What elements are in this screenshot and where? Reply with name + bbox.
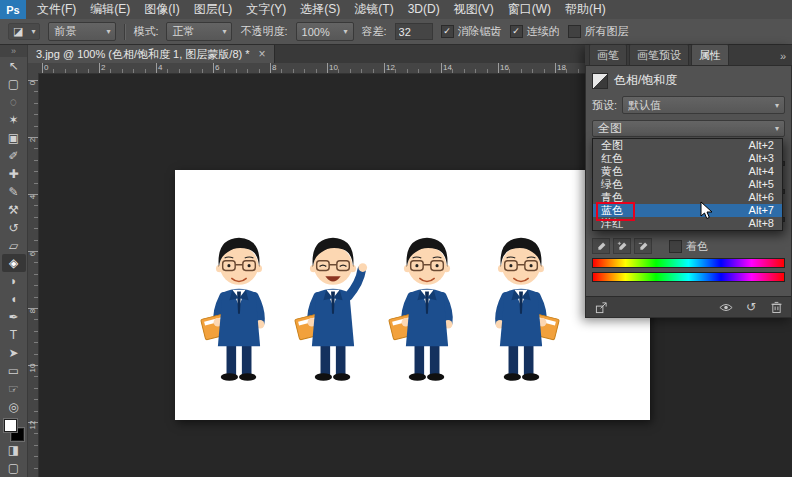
close-icon[interactable]: × xyxy=(259,48,266,60)
antialias-checkbox[interactable]: ✓ 消除锯齿 xyxy=(441,24,502,39)
visibility-eye-icon[interactable] xyxy=(718,300,734,314)
tolerance-input[interactable] xyxy=(395,23,433,40)
preset-value: 默认值 xyxy=(628,98,661,113)
menu-type[interactable]: 文字(Y) xyxy=(239,0,293,19)
fill-source-select[interactable]: 前景 ▾ xyxy=(48,22,116,41)
eyedropper-add-button[interactable] xyxy=(613,238,631,254)
ruler-number: 8 xyxy=(28,306,38,316)
hand-tool[interactable]: ☞ xyxy=(2,380,26,398)
option-shortcut: Alt+5 xyxy=(749,178,774,191)
magic-wand-tool[interactable]: ✶ xyxy=(2,111,26,129)
channel-option-reds[interactable]: 红色 Alt+3 xyxy=(593,152,782,165)
ruler-number: 14 xyxy=(443,63,452,73)
ruler-number: 2 xyxy=(28,135,38,145)
brush-tool[interactable]: ✎ xyxy=(2,183,26,201)
fill-source-value: 前景 xyxy=(54,24,76,39)
ruler-number: 4 xyxy=(158,63,162,73)
channel-select[interactable]: 全图 ▾ xyxy=(592,120,785,137)
menu-select[interactable]: 选择(S) xyxy=(293,0,347,19)
eyedropper-sample-button[interactable] xyxy=(592,238,610,254)
clip-to-layer-icon[interactable] xyxy=(593,300,609,314)
ruler-number: 6 xyxy=(215,63,219,73)
colorize-checkbox[interactable]: 着色 xyxy=(669,239,708,254)
zoom-tool[interactable]: ◎ xyxy=(2,398,26,416)
properties-panel-group: 画笔 画笔预设 属性 » 色相/饱和度 预设: 默认值 ▾ 全图 ▾ xyxy=(585,45,792,318)
businessman-figure-4 xyxy=(473,220,569,390)
opacity-label: 不透明度: xyxy=(240,24,287,39)
menu-view[interactable]: 视图(V) xyxy=(447,0,501,19)
ruler-number: 18 xyxy=(557,63,566,73)
option-label: 红色 xyxy=(601,152,623,165)
eraser-tool[interactable]: ▱ xyxy=(2,237,26,255)
menu-3d[interactable]: 3D(D) xyxy=(401,0,447,19)
option-label: 全图 xyxy=(601,139,623,152)
menu-image[interactable]: 图像(I) xyxy=(137,0,186,19)
channel-value: 全图 xyxy=(598,120,622,137)
tab-brush-presets[interactable]: 画笔预设 xyxy=(629,44,689,65)
clone-stamp-tool[interactable]: ⚒ xyxy=(2,201,26,219)
caret-down-icon: ▾ xyxy=(775,101,779,110)
ruler-number: 10 xyxy=(28,363,38,373)
rectangular-marquee-tool[interactable]: ▢ xyxy=(2,75,26,93)
preset-row: 预设: 默认值 ▾ xyxy=(592,96,785,114)
spot-healing-brush-tool[interactable]: ✚ xyxy=(2,165,26,183)
ruler-number: 0 xyxy=(28,78,38,88)
dodge-tool[interactable]: ◖ xyxy=(2,290,26,308)
menu-edit[interactable]: 编辑(E) xyxy=(83,0,137,19)
collapse-panel-icon[interactable]: » xyxy=(774,50,792,65)
menu-file[interactable]: 文件(F) xyxy=(30,0,83,19)
screen-mode-button[interactable]: ▢ xyxy=(2,459,26,477)
option-label: 蓝色 xyxy=(601,204,623,217)
hue-spectrum-bar-top xyxy=(592,258,785,268)
eyedropper-subtract-button[interactable] xyxy=(634,238,652,254)
contiguous-checkbox[interactable]: ✓ 连续的 xyxy=(510,24,560,39)
rectangle-tool[interactable]: ▭ xyxy=(2,362,26,380)
blend-mode-select[interactable]: 正常 ▾ xyxy=(166,22,232,41)
preset-select[interactable]: 默认值 ▾ xyxy=(622,96,785,114)
foreground-color-swatch[interactable] xyxy=(4,419,17,432)
adjustment-title: 色相/饱和度 xyxy=(614,72,677,89)
menu-window[interactable]: 窗口(W) xyxy=(501,0,558,19)
separator xyxy=(124,24,125,40)
channel-option-cyans[interactable]: 青色 Alt+6 xyxy=(593,191,782,204)
tab-properties[interactable]: 属性 xyxy=(691,44,729,65)
paint-bucket-tool[interactable]: ◈ xyxy=(2,254,26,272)
all-layers-checkbox[interactable]: 所有图层 xyxy=(568,24,629,39)
all-layers-label: 所有图层 xyxy=(585,24,629,39)
eyedropper-tool[interactable]: ✐ xyxy=(2,147,26,165)
blur-tool[interactable]: ◗ xyxy=(2,272,26,290)
channel-option-yellows[interactable]: 黄色 Alt+4 xyxy=(593,165,782,178)
pen-tool[interactable]: ✒ xyxy=(2,308,26,326)
document-title: 3.jpg @ 100% (色相/饱和度 1, 图层蒙版/8) * xyxy=(36,47,250,62)
hue-spectrum-bar-bottom xyxy=(592,272,785,282)
channel-option-blues[interactable]: 蓝色 Alt+7 xyxy=(593,204,782,217)
toolbar-collapse-icon[interactable]: » xyxy=(0,45,27,57)
crop-tool[interactable]: ▣ xyxy=(2,129,26,147)
vertical-ruler[interactable]: 0 2 4 6 8 10 12 xyxy=(28,73,39,477)
lasso-tool[interactable]: ◌ xyxy=(2,93,26,111)
document-tab[interactable]: 3.jpg @ 100% (色相/饱和度 1, 图层蒙版/8) * × xyxy=(28,45,275,63)
opacity-select[interactable]: 100% ▾ xyxy=(296,22,354,41)
hue-saturation-icon xyxy=(592,73,608,89)
ruler-number: 12 xyxy=(386,63,395,73)
history-brush-tool[interactable]: ↺ xyxy=(2,219,26,237)
trash-icon[interactable] xyxy=(768,300,784,314)
path-selection-tool[interactable]: ➤ xyxy=(2,344,26,362)
options-bar: ◪ ▾ 前景 ▾ 模式: 正常 ▾ 不透明度: 100% ▾ 容差: ✓ 消除锯… xyxy=(0,19,792,45)
menu-layer[interactable]: 图层(L) xyxy=(187,0,240,19)
tool-preset-picker[interactable]: ◪ ▾ xyxy=(8,23,40,40)
menu-help[interactable]: 帮助(H) xyxy=(558,0,613,19)
horizontal-ruler[interactable]: 0 2 4 6 8 10 12 14 16 18 xyxy=(38,63,585,74)
channel-row: 全图 ▾ xyxy=(592,120,785,137)
menu-filter[interactable]: 滤镜(T) xyxy=(347,0,400,19)
ruler-number: 12 xyxy=(28,420,38,430)
channel-option-greens[interactable]: 绿色 Alt+5 xyxy=(593,178,782,191)
horizontal-type-tool[interactable]: T xyxy=(2,326,26,344)
reset-icon[interactable]: ↺ xyxy=(743,300,759,314)
move-tool[interactable]: ↖ xyxy=(2,57,26,75)
quick-mask-button[interactable]: ◨ xyxy=(2,441,26,459)
tab-brush[interactable]: 画笔 xyxy=(589,44,627,65)
channel-option-magentas[interactable]: 洋红 Alt+8 xyxy=(593,217,782,230)
canvas-document[interactable] xyxy=(175,170,650,420)
channel-option-master[interactable]: 全图 Alt+2 xyxy=(593,139,782,152)
